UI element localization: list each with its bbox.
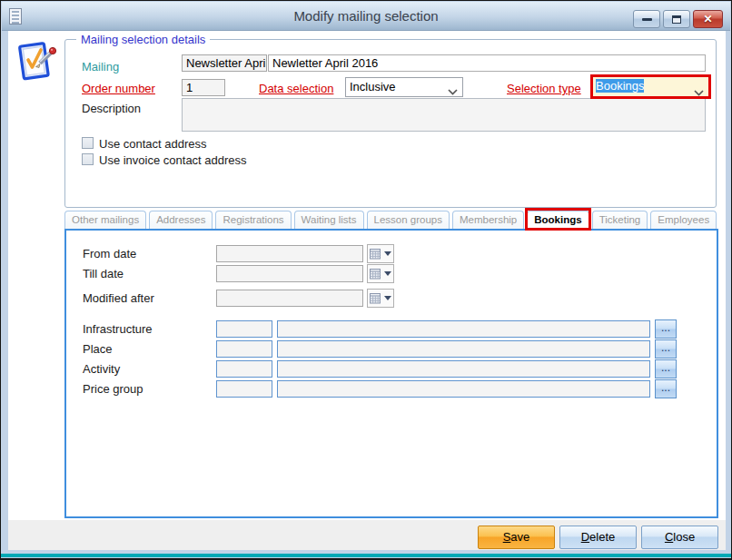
- mailing-details-group: Mailing selection details Mailing Newsle…: [64, 39, 717, 208]
- selection-type-annotation-box: Bookings: [590, 74, 711, 99]
- till-date-picker-button[interactable]: [367, 264, 394, 283]
- infrastructure-label: Infrastructure: [83, 322, 153, 336]
- from-date-field[interactable]: [216, 245, 363, 262]
- tab-ticketing[interactable]: Ticketing: [592, 211, 648, 229]
- place-code-field[interactable]: [216, 340, 272, 358]
- price-group-label: Price group: [83, 382, 143, 396]
- tab-waiting-lists[interactable]: Waiting lists: [294, 211, 364, 229]
- calendar-icon: [370, 292, 381, 304]
- selection-type-value: Bookings: [596, 79, 644, 93]
- tab-addresses[interactable]: Addresses: [149, 211, 213, 229]
- order-number-field[interactable]: 1: [182, 79, 225, 96]
- window-bottom-edge: [1, 554, 731, 557]
- dropdown-arrow-icon: [384, 296, 391, 300]
- till-date-label: Till date: [83, 267, 124, 280]
- activity-name-field[interactable]: [277, 360, 650, 378]
- tab-bookings-label: Bookings: [534, 214, 581, 225]
- group-legend: Mailing selection details: [76, 33, 210, 46]
- modify-mailing-selection-dialog: Modify mailing selection ✕ Mailing selec…: [0, 0, 732, 560]
- tab-lesson-groups[interactable]: Lesson groups: [367, 211, 450, 229]
- tab-strip: Other mailings Addresses Registrations W…: [64, 211, 717, 229]
- delete-button[interactable]: Delete: [559, 526, 637, 549]
- close-dialog-button[interactable]: Close: [641, 526, 718, 549]
- tab-employees[interactable]: Employees: [650, 211, 717, 229]
- price-group-browse-button[interactable]: ...: [655, 379, 677, 398]
- titlebar[interactable]: Modify mailing selection ✕: [2, 2, 730, 31]
- activity-browse-button[interactable]: ...: [655, 359, 677, 378]
- use-invoice-contact-address-checkbox[interactable]: [82, 153, 94, 165]
- modified-after-label: Modified after: [83, 291, 154, 305]
- infrastructure-code-field[interactable]: [216, 320, 272, 338]
- minimize-icon: [642, 18, 652, 21]
- infrastructure-browse-button[interactable]: ...: [655, 319, 677, 339]
- tab-registrations[interactable]: Registrations: [215, 211, 291, 229]
- minimize-button[interactable]: [633, 10, 660, 28]
- window-controls: ✕: [633, 10, 723, 28]
- tab-other-mailings[interactable]: Other mailings: [64, 211, 146, 229]
- modified-after-picker-button[interactable]: [367, 289, 394, 308]
- calendar-icon: [370, 268, 381, 280]
- place-name-field[interactable]: [277, 340, 650, 358]
- mailing-label: Mailing: [82, 60, 119, 74]
- description-label: Description: [82, 102, 141, 115]
- data-selection-combo[interactable]: Inclusive: [345, 77, 463, 97]
- infrastructure-name-field[interactable]: [277, 320, 650, 338]
- till-date-field[interactable]: [216, 265, 363, 282]
- close-icon: ✕: [703, 14, 712, 25]
- tab-membership[interactable]: Membership: [452, 211, 524, 229]
- modified-after-field[interactable]: [216, 290, 363, 307]
- place-label: Place: [83, 342, 113, 356]
- mailing-name-field[interactable]: Newletter April 2016: [268, 54, 706, 72]
- use-contact-address-label: Use contact address: [99, 137, 207, 151]
- dropdown-arrow-icon: [384, 271, 391, 276]
- chevron-down-icon: [448, 84, 458, 99]
- calendar-icon: [370, 248, 381, 260]
- bookings-panel: From date Till date Modified after Infra…: [64, 229, 718, 518]
- data-selection-value: Inclusive: [350, 80, 396, 93]
- description-field[interactable]: [182, 98, 706, 132]
- order-number-label[interactable]: Order number: [82, 82, 155, 95]
- restore-button[interactable]: [663, 10, 690, 28]
- selection-type-label[interactable]: Selection type: [507, 82, 581, 95]
- save-button[interactable]: Save: [478, 526, 555, 549]
- price-group-code-field[interactable]: [216, 380, 272, 398]
- tab-bookings[interactable]: Bookings: [527, 211, 589, 229]
- notepad-check-pen-icon: [15, 39, 59, 87]
- from-date-label: From date: [83, 247, 136, 260]
- mailing-code-field[interactable]: Newsletter April: [182, 54, 267, 72]
- price-group-name-field[interactable]: [277, 380, 650, 398]
- activity-label: Activity: [83, 362, 120, 376]
- use-contact-address-checkbox[interactable]: [82, 137, 94, 149]
- restore-icon: [672, 15, 681, 24]
- from-date-picker-button[interactable]: [367, 244, 394, 263]
- selection-type-combo[interactable]: Bookings: [593, 77, 708, 96]
- window-title: Modify mailing selection: [2, 2, 730, 31]
- chevron-down-icon: [694, 84, 704, 100]
- activity-code-field[interactable]: [216, 360, 272, 378]
- dropdown-arrow-icon: [384, 251, 391, 256]
- place-browse-button[interactable]: ...: [655, 339, 677, 359]
- use-invoice-contact-address-label: Use invoice contact address: [99, 153, 247, 167]
- data-selection-label[interactable]: Data selection: [259, 82, 333, 95]
- close-button[interactable]: ✕: [693, 10, 723, 28]
